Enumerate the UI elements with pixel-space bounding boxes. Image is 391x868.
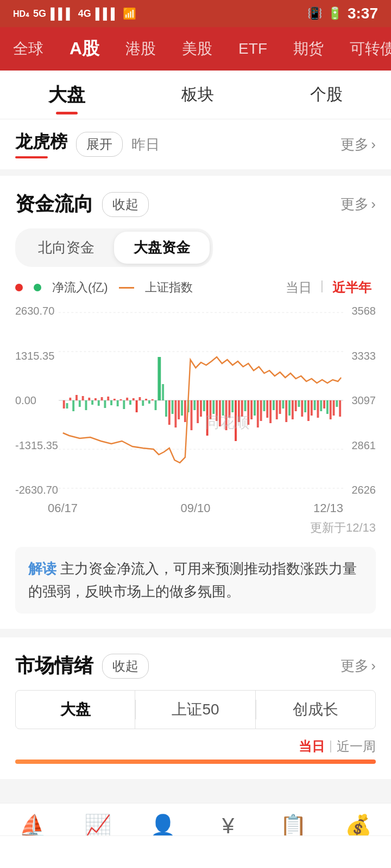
dragon-tiger-yesterday: 昨日 (131, 135, 160, 154)
svg-rect-66 (257, 400, 259, 427)
y-axis-right: 3568 3333 3097 2861 2626 (343, 303, 376, 498)
y-axis-left: 2630.70 1315.35 0.00 -1315.35 -2630.70 (15, 303, 59, 498)
mood-tabs: 大盘 上证50 创成长 (15, 690, 376, 729)
index-line (63, 357, 341, 463)
svg-rect-91 (336, 400, 338, 407)
explain-link[interactable]: 解读 (28, 560, 56, 577)
y-left-2: 0.00 (15, 395, 59, 406)
person-icon: 👤 (149, 813, 176, 839)
chart-svg: 同花顺 (59, 303, 343, 498)
home-icon: ⛵ (19, 813, 46, 839)
android-nav-bar (0, 835, 391, 868)
nav-etf[interactable]: ETF (236, 36, 269, 62)
svg-rect-10 (79, 400, 81, 407)
dragon-tiger-underline (15, 156, 48, 158)
svg-rect-12 (85, 400, 87, 410)
period-today-btn[interactable]: 当日 (281, 278, 316, 297)
svg-rect-88 (326, 400, 329, 414)
legend-dot-red (15, 284, 23, 291)
svg-rect-87 (323, 400, 325, 409)
svg-rect-16 (98, 400, 100, 406)
svg-rect-39 (172, 400, 174, 414)
tab-sector[interactable]: 板块 (160, 71, 236, 119)
signal-4g: 4G (78, 8, 91, 20)
tab-individual[interactable]: 个股 (288, 71, 364, 119)
y-right-0: 3568 (343, 305, 376, 316)
svg-rect-78 (295, 400, 297, 411)
mood-period-week[interactable]: 近一周 (337, 738, 376, 755)
nav-a-shares[interactable]: A股 (67, 33, 102, 65)
top-navigation: 全球 A股 港股 美股 ETF 期货 可转债 其他 (0, 27, 391, 71)
svg-rect-89 (330, 400, 332, 419)
svg-rect-36 (162, 384, 164, 400)
y-right-3: 2861 (343, 440, 376, 451)
period-half-year-btn[interactable]: 近半年 (328, 278, 376, 297)
nav-us-shares[interactable]: 美股 (180, 34, 215, 63)
svg-rect-69 (266, 400, 268, 418)
tab-dapan[interactable]: 大盘 (27, 71, 107, 119)
svg-rect-85 (317, 400, 319, 418)
finance-icon: 💰 (345, 813, 372, 839)
svg-rect-13 (88, 398, 90, 400)
svg-rect-73 (279, 400, 281, 414)
fund-flow-section: 资金流向 收起 更多 › 北向资金 大盘资金 净流入(亿) 上证指数 当日 | … (0, 176, 391, 629)
svg-rect-24 (123, 400, 125, 409)
dragon-tiger-expand-btn[interactable]: 展开 (76, 132, 123, 157)
svg-rect-26 (129, 400, 131, 405)
svg-rect-15 (94, 398, 97, 400)
dragon-tiger-more-link[interactable]: 更多 › (340, 135, 376, 154)
svg-rect-72 (276, 400, 278, 419)
svg-rect-41 (178, 400, 180, 419)
svg-rect-11 (82, 396, 84, 400)
svg-rect-79 (298, 400, 300, 407)
tab-north-fund[interactable]: 北向资金 (18, 232, 114, 264)
svg-rect-27 (133, 398, 135, 400)
mood-tab-sse50[interactable]: 上证50 (136, 691, 255, 729)
svg-rect-20 (110, 400, 112, 405)
svg-rect-31 (145, 399, 147, 400)
nav-convertible[interactable]: 可转债 (348, 34, 391, 63)
vibrate-icon: 📳 (307, 7, 322, 21)
mood-collapse-btn[interactable]: 收起 (102, 654, 149, 679)
x-axis: 06/17 09/10 12/13 (15, 501, 376, 515)
x-axis-1: 09/10 (180, 501, 210, 515)
mood-tab-chuangcheng[interactable]: 创成长 (256, 691, 375, 729)
svg-rect-65 (254, 400, 256, 416)
hd-icon: HD₄ (13, 9, 29, 19)
svg-rect-45 (191, 400, 193, 430)
svg-rect-17 (101, 397, 103, 400)
svg-rect-47 (197, 400, 199, 423)
svg-rect-71 (273, 400, 275, 410)
mood-period-today[interactable]: 当日 (299, 738, 325, 755)
fund-flow-more-link[interactable]: 更多 › (340, 195, 376, 214)
status-bar: HD₄ 5G ▌▌▌ 4G ▌▌▌ 📶 📳 🔋 3:37 (0, 0, 391, 27)
battery-icon: 🔋 (327, 7, 342, 21)
mood-more-link[interactable]: 更多 › (340, 656, 376, 675)
tab-market-fund[interactable]: 大盘资金 (114, 232, 210, 264)
nav-hk-shares[interactable]: 港股 (123, 34, 158, 63)
nav-futures[interactable]: 期货 (291, 34, 326, 63)
fund-flow-tabs: 北向资金 大盘资金 (15, 228, 213, 267)
y-left-1: 1315.35 (15, 350, 59, 361)
fund-flow-title: 资金流向 (15, 191, 93, 218)
news-icon: 📋 (280, 813, 307, 839)
y-right-4: 2626 (343, 484, 376, 495)
svg-rect-90 (333, 400, 335, 416)
svg-rect-5 (63, 400, 65, 409)
svg-rect-64 (250, 400, 253, 419)
mood-tab-dapan[interactable]: 大盘 (16, 691, 135, 729)
svg-rect-46 (193, 400, 195, 410)
legend-line-orange (119, 287, 134, 289)
svg-rect-23 (120, 399, 122, 400)
svg-rect-81 (304, 400, 306, 412)
fund-flow-collapse-btn[interactable]: 收起 (102, 192, 149, 217)
svg-rect-52 (212, 400, 215, 414)
svg-rect-74 (282, 400, 284, 409)
bars-group (63, 357, 341, 441)
svg-rect-49 (203, 400, 205, 411)
nav-global[interactable]: 全球 (11, 34, 46, 63)
signal-bars-2: ▌▌▌ (96, 8, 119, 20)
svg-rect-22 (117, 400, 119, 406)
svg-rect-30 (142, 400, 144, 406)
legend-dot-green (34, 284, 41, 291)
